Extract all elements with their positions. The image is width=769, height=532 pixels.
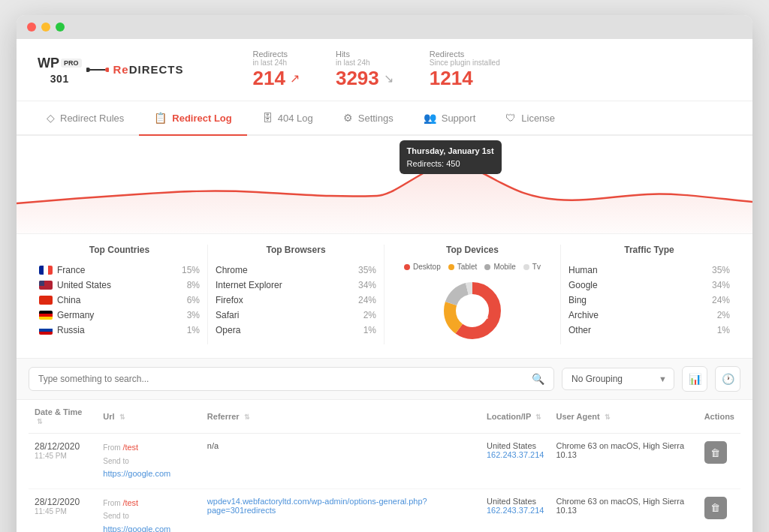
browser-firefox-pct: 24% — [358, 295, 376, 305]
country-china-name: China — [57, 295, 80, 305]
stat-total-value: 1214 — [430, 67, 473, 90]
search-input[interactable] — [38, 374, 526, 384]
legend-desktop-dot — [404, 264, 410, 270]
col-useragent[interactable]: User Agent ⇅ — [550, 400, 698, 434]
tab-settings-label: Settings — [358, 113, 394, 124]
col-referrer[interactable]: Referrer ⇅ — [201, 400, 481, 434]
traffic-bing-name: Bing — [568, 295, 587, 305]
tab-support[interactable]: 👥 Support — [409, 101, 491, 136]
legend-desktop: Desktop — [404, 263, 441, 271]
legend-mobile-dot — [484, 264, 490, 270]
svg-text:60%: 60% — [478, 314, 489, 320]
tab-404-log[interactable]: 🗄 404 Log — [247, 101, 328, 136]
maximize-dot[interactable] — [56, 23, 65, 32]
search-icon: 🔍 — [532, 373, 544, 385]
country-germany-name: Germany — [57, 310, 94, 320]
stat-total-label: Redirects — [430, 50, 500, 59]
row-date: 28/12/2020 — [35, 441, 80, 452]
cell-useragent-1: Chrome 63 on macOS, High Sierra 10.13 — [550, 488, 698, 532]
country-france-name: France — [57, 265, 85, 275]
traffic-human: Human 35% — [568, 263, 730, 278]
row-date: 28/12/2020 — [35, 497, 80, 507]
log-table: Date & Time ⇅ Url ⇅ Referrer ⇅ Location/… — [29, 400, 740, 532]
row-useragent: Chrome 63 on macOS, High Sierra 10.13 — [556, 441, 684, 459]
country-russia-pct: 1% — [187, 325, 200, 335]
flag-france-icon — [39, 266, 53, 275]
row-time: 11:45 PM — [35, 452, 91, 460]
cell-useragent-0: Chrome 63 on macOS, High Sierra 10.13 — [550, 434, 698, 489]
traffic-other: Other 1% — [568, 323, 730, 338]
col-location[interactable]: Location/IP ⇅ — [481, 400, 550, 434]
redirects-up-arrow: ↗ — [290, 71, 300, 86]
flag-germany-icon — [39, 311, 53, 320]
minimize-dot[interactable] — [41, 23, 50, 32]
stat-redirects-24h: Redirects in last 24h 214 ↗ — [253, 50, 300, 90]
traffic-human-name: Human — [568, 265, 598, 275]
from-label: From — [103, 443, 122, 452]
grouping-select[interactable]: No Grouping By URL By Referrer By Locati… — [562, 368, 674, 390]
search-input-wrap[interactable]: 🔍 — [29, 367, 554, 391]
logo-connector-icon — [86, 62, 109, 77]
settings-icon: ⚙ — [343, 112, 353, 124]
col-datetime[interactable]: Date & Time ⇅ — [29, 400, 97, 434]
country-china: China 6% — [39, 293, 200, 308]
sort-datetime-icon: ⇅ — [37, 418, 43, 425]
cell-datetime-0: 28/12/2020 11:45 PM — [29, 434, 97, 489]
traffic-type-title: Traffic Type — [568, 245, 730, 255]
tab-redirect-rules[interactable]: ◇ Redirect Rules — [32, 101, 139, 136]
cell-referrer-1: wpdev14.webfactoryltd.com/wp-admin/optio… — [201, 488, 481, 532]
from-label: From — [103, 499, 122, 507]
top-browsers: Top Browsers Chrome 35% Internet Explore… — [208, 245, 384, 344]
browser-ie-pct: 34% — [358, 280, 376, 290]
cell-datetime-1: 28/12/2020 11:45 PM — [29, 488, 97, 532]
cell-actions-1: 🗑 — [698, 488, 740, 532]
col-url[interactable]: Url ⇅ — [97, 400, 201, 434]
browser-chrome-pct: 35% — [358, 265, 376, 275]
row-sendto-link[interactable]: https://google.com — [103, 524, 170, 532]
row-sendto-link[interactable]: https://google.com — [103, 469, 170, 478]
logo-wp: WP — [38, 56, 59, 71]
row-location: United States — [487, 497, 544, 506]
chart-view-button[interactable]: 📊 — [682, 366, 707, 392]
top-devices-title: Top Devices — [446, 245, 499, 255]
traffic-google-pct: 34% — [712, 280, 730, 290]
table-header-row: Date & Time ⇅ Url ⇅ Referrer ⇅ Location/… — [29, 400, 740, 434]
stat-redirects-label: Redirects — [253, 50, 300, 59]
close-dot[interactable] — [27, 23, 36, 32]
tab-redirect-log[interactable]: 📋 Redirect Log — [139, 101, 246, 136]
license-icon: 🛡 — [505, 112, 516, 124]
row-from-link[interactable]: /test — [122, 443, 138, 452]
browser-opera-name: Opera — [216, 325, 240, 335]
country-us-pct: 8% — [187, 280, 200, 290]
hits-down-arrow: ↘ — [384, 71, 394, 86]
row-ip[interactable]: 162.243.37.214 — [487, 450, 544, 459]
traffic-bing: Bing 24% — [568, 293, 730, 308]
tab-settings[interactable]: ⚙ Settings — [328, 101, 409, 136]
delete-row-button[interactable]: 🗑 — [704, 497, 727, 519]
browser-chrome: Chrome 35% — [216, 263, 376, 278]
history-button[interactable]: 🕐 — [715, 366, 740, 392]
country-france-pct: 15% — [182, 265, 200, 275]
country-russia-name: Russia — [57, 325, 85, 335]
title-bar — [17, 15, 752, 39]
tab-bar: ◇ Redirect Rules 📋 Redirect Log 🗄 404 Lo… — [17, 101, 752, 136]
row-from-link[interactable]: /test — [122, 498, 138, 507]
row-ip[interactable]: 162.243.37.214 — [487, 506, 544, 515]
svg-point-0 — [86, 68, 90, 72]
row-referrer-link[interactable]: wpdev14.webfactoryltd.com/wp-admin/optio… — [207, 497, 427, 515]
cell-actions-0: 🗑 — [698, 434, 740, 489]
stat-redirects-value: 214 — [253, 67, 285, 90]
grouping-select-wrap[interactable]: No Grouping By URL By Referrer By Locati… — [562, 368, 674, 390]
browser-opera: Opera 1% — [216, 323, 376, 338]
browser-opera-pct: 1% — [363, 325, 376, 335]
country-france: France 15% — [39, 263, 200, 278]
traffic-google-name: Google — [568, 280, 598, 290]
flag-china-icon — [39, 296, 53, 305]
traffic-archive-name: Archive — [568, 310, 599, 320]
tab-license[interactable]: 🛡 License — [490, 101, 570, 136]
delete-row-button[interactable]: 🗑 — [704, 441, 727, 464]
country-china-pct: 6% — [187, 295, 200, 305]
logo-redirects: ReDIRECTS — [113, 63, 184, 77]
browser-ie: Internet Explorer 34% — [216, 278, 376, 293]
sendto-label: Send to — [103, 512, 128, 520]
